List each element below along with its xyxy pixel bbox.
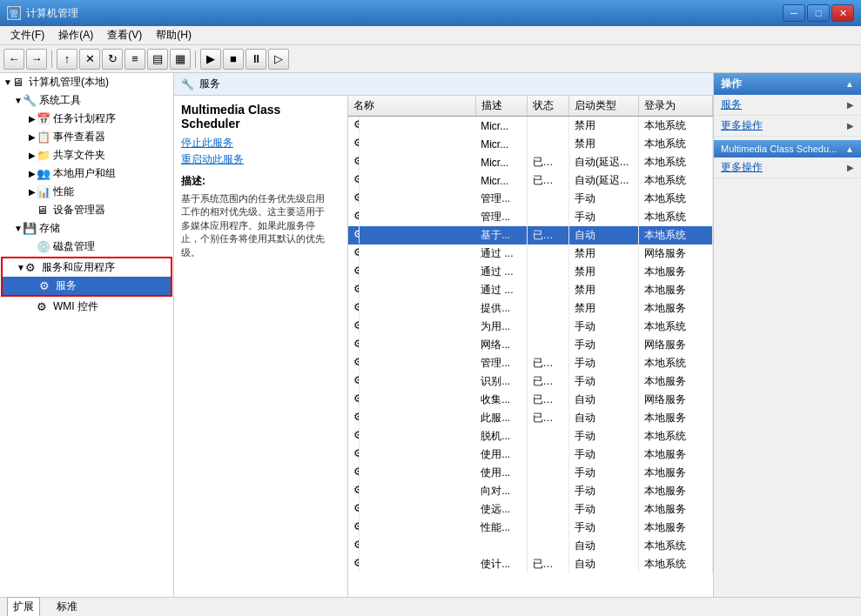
middle-panel: 🔧 服务 Multimedia Class Scheduler 停止此服务 重启…: [174, 73, 713, 597]
tree-services-apps[interactable]: ▼ ⚙ 服务和应用程序: [3, 258, 171, 277]
table-row[interactable]: ⚙Peer Name Res...使用...手动本地服务: [348, 445, 713, 464]
toolbar-btn-list[interactable]: ▤: [147, 49, 168, 70]
services-table: 名称 描述 状态 启动类型 登录为 ⚙Microsoft .NET F...Mi…: [348, 96, 713, 573]
tree-system-tools[interactable]: ▼ 🔧 系统工具: [0, 91, 173, 110]
row-icon: ⚙: [353, 191, 360, 205]
tree-root[interactable]: ▼ 🖥 计算机管理(本地): [0, 73, 173, 91]
row-startup: 手动: [569, 318, 638, 336]
tree-device-manager[interactable]: 🖥 设备管理器: [0, 201, 173, 219]
table-row[interactable]: ⚙Microsoft .NET F...Micr...已启动自动(延迟...本地…: [348, 153, 713, 171]
tree-task-scheduler[interactable]: ▶ 📅 任务计划程序: [0, 110, 173, 128]
table-row[interactable]: ⚙Network Connec...管理...已启动手动本地系统: [348, 354, 713, 372]
toolbar-btn-stop2[interactable]: ■: [223, 49, 244, 70]
tree-shared-folders[interactable]: ▶ 📁 共享文件夹: [0, 146, 173, 164]
tab-standard[interactable]: 标准: [50, 597, 84, 616]
right-item-arrow: ▶: [847, 100, 854, 110]
col-name[interactable]: 名称: [348, 96, 475, 117]
right-item-more-ops2[interactable]: 更多操作 ▶: [714, 157, 861, 178]
col-startup[interactable]: 启动类型: [569, 96, 638, 117]
toolbar-separator-2: [195, 50, 196, 68]
right-item-more-ops[interactable]: 更多操作 ▶: [714, 116, 861, 137]
tree-root-arrow: ▼: [3, 77, 12, 87]
right-item-services[interactable]: 服务 ▶: [714, 95, 861, 116]
maximize-button[interactable]: □: [807, 4, 830, 22]
toolbar-btn-refresh[interactable]: ↻: [102, 49, 123, 70]
table-row[interactable]: ⚙Network Locatio...收集...已启动自动网络服务: [348, 391, 713, 409]
right-section-arrow: ▲: [845, 79, 854, 89]
tree-disk-mgmt[interactable]: 💿 磁盘管理: [0, 238, 173, 256]
row-logon: 本地系统: [638, 555, 712, 573]
tab-expand[interactable]: 扩展: [7, 597, 40, 616]
row-desc: 通过 ...: [475, 263, 527, 281]
tree-services[interactable]: ⚙ 服务: [3, 277, 171, 295]
toolbar-btn-stop[interactable]: ✕: [79, 49, 100, 70]
storage-icon: 💾: [23, 222, 37, 236]
table-row[interactable]: ⚙Network Store I...此服...已启动自动本地服务: [348, 409, 713, 427]
table-row[interactable]: ⚙Microsoft .NET F...Micr...已启动自动(延迟...本地…: [348, 171, 713, 190]
tree-local-users[interactable]: ▶ 👥 本地用户和组: [0, 164, 173, 183]
table-row[interactable]: ⚙Network Access ...网络...手动网络服务: [348, 336, 713, 354]
forward-button[interactable]: →: [26, 49, 47, 70]
toolbar-btn-pause[interactable]: ⏸: [246, 49, 266, 70]
toolbar-btn-step[interactable]: ▷: [268, 49, 289, 70]
window-controls[interactable]: ─ □ ✕: [783, 4, 854, 22]
table-row[interactable]: ⚙Net.Tcp Listener...通过 ...禁用本地服务: [348, 281, 713, 299]
row-startup: 自动: [569, 226, 638, 244]
toolbar-btn-play[interactable]: ▶: [200, 49, 221, 70]
table-row[interactable]: ⚙Netlogon为用...手动本地系统: [348, 318, 713, 336]
col-logon[interactable]: 登录为: [638, 96, 712, 117]
row-icon: ⚙: [353, 539, 360, 552]
table-row[interactable]: ⚙Net.Msmq Liste...通过 ...禁用网络服务: [348, 244, 713, 263]
row-status: [527, 427, 569, 445]
right-item-more-ops2-label: 更多操作: [721, 160, 763, 175]
left-panel-tree: ▼ 🖥 计算机管理(本地) ▼ 🔧 系统工具 ▶ 📅 任务计划程序 ▶ 📋 事件…: [0, 73, 174, 597]
stop-service-link[interactable]: 停止此服务: [181, 136, 333, 151]
table-row[interactable]: ⚙Net.TCP Port Sh...提供...禁用本地服务: [348, 299, 713, 318]
row-status: [527, 117, 569, 136]
table-row[interactable]: ⚙Plug and Play使计...已启动自动本地系统: [348, 555, 713, 573]
menu-view[interactable]: 查看(V): [100, 26, 149, 44]
tree-arrow: ▶: [28, 169, 37, 178]
right-item-more-ops-label: 更多操作: [721, 118, 763, 133]
table-row[interactable]: ⚙Microsoft iSCSI I...管理...手动本地系统: [348, 190, 713, 208]
row-logon: 本地服务: [638, 372, 712, 391]
row-startup: 禁用: [569, 281, 638, 299]
row-status: 已启动: [527, 391, 569, 409]
back-button[interactable]: ←: [3, 49, 24, 70]
row-logon: 本地服务: [638, 519, 712, 537]
row-logon: 本地系统: [638, 190, 712, 208]
table-row[interactable]: ⚙Performance Lo...性能...手动本地服务: [348, 519, 713, 537]
row-desc: 为用...: [475, 318, 527, 336]
table-row[interactable]: ⚙PGService自动本地系统: [348, 537, 713, 555]
table-row[interactable]: ⚙Microsoft .NET F...Micr...禁用本地系统: [348, 135, 713, 153]
minimize-button[interactable]: ─: [783, 4, 805, 22]
table-row[interactable]: ⚙Multimedia Clas...基于...已启动自动本地系统: [348, 226, 713, 244]
col-desc[interactable]: 描述: [475, 96, 527, 117]
table-row[interactable]: ⚙Microsoft Softw...管理...手动本地系统: [348, 208, 713, 226]
restart-service-link[interactable]: 重启动此服务: [181, 152, 333, 167]
tree-event-viewer[interactable]: ▶ 📋 事件查看器: [0, 128, 173, 146]
table-row[interactable]: ⚙Microsoft .NET F...Micr...禁用本地系统: [348, 117, 713, 136]
menu-action[interactable]: 操作(A): [51, 26, 100, 44]
table-row[interactable]: ⚙Peer Networkin...使用...手动本地服务: [348, 464, 713, 482]
toolbar-btn-up[interactable]: ↑: [57, 49, 77, 70]
row-desc: Micr...: [475, 117, 527, 136]
table-row[interactable]: ⚙Network List Ser...识别...已启动手动本地服务: [348, 372, 713, 391]
tree-arrow: ▼: [14, 224, 23, 233]
col-status[interactable]: 状态: [527, 96, 569, 117]
toolbar-btn-grid[interactable]: ▦: [170, 49, 191, 70]
row-icon: ⚙: [353, 118, 360, 132]
tree-performance[interactable]: ▶ 📊 性能: [0, 183, 173, 201]
table-row[interactable]: ⚙Peer Networkin...向对...手动本地服务: [348, 482, 713, 500]
tree-storage[interactable]: ▼ 💾 存储: [0, 219, 173, 238]
toolbar-btn-export[interactable]: ≡: [124, 49, 145, 70]
menu-help[interactable]: 帮助(H): [149, 26, 198, 44]
table-row[interactable]: ⚙Net.Pipe Listene...通过 ...禁用本地服务: [348, 263, 713, 281]
close-button[interactable]: ✕: [831, 4, 854, 22]
tree-wmi[interactable]: ⚙ WMI 控件: [0, 298, 173, 316]
table-row[interactable]: ⚙Offline Files脱机...手动本地系统: [348, 427, 713, 445]
menu-file[interactable]: 文件(F): [3, 26, 51, 44]
row-logon: 本地系统: [638, 208, 712, 226]
table-row[interactable]: ⚙Performance Co...使远...手动本地服务: [348, 500, 713, 519]
row-desc: 使远...: [475, 500, 527, 519]
